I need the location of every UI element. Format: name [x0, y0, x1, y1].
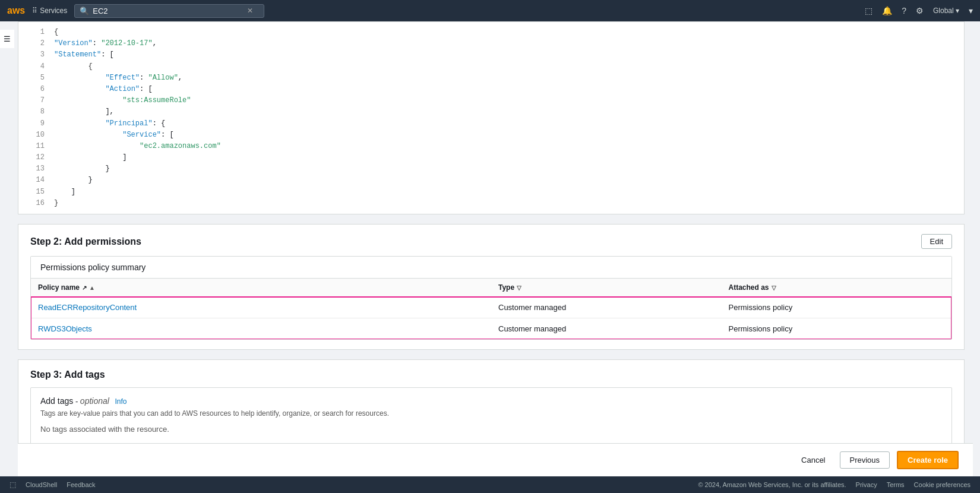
- no-tags-message: No tags associated with the resource.: [40, 425, 942, 434]
- policy-summary-title: Permissions policy summary: [31, 257, 951, 279]
- sort-desc-icon2[interactable]: ▽: [772, 285, 776, 291]
- step2-section: Step 2: Add permissions Edit Permissions…: [18, 224, 965, 350]
- cookie-preferences-link[interactable]: Cookie preferences: [914, 481, 970, 488]
- services-button[interactable]: ⠿ Services: [32, 7, 67, 15]
- policy-link-1[interactable]: RWDS3Objects: [38, 324, 92, 333]
- trust-policy-code-section: 1 { 2 "Version": "2012-10-17", 3 "Statem…: [18, 21, 965, 214]
- main-content: 1 { 2 "Version": "2012-10-17", 3 "Statem…: [18, 21, 980, 493]
- search-icon: 🔍: [80, 7, 89, 15]
- cloudshell-icon: ⬚: [10, 481, 16, 489]
- policy-table-header-row: Policy name ↗ ▲ Type ▽: [31, 279, 951, 297]
- attached-as-sort[interactable]: Attached as ▽: [729, 283, 945, 292]
- grid-icon: ⠿: [32, 7, 37, 15]
- clear-search-icon[interactable]: ✕: [247, 7, 253, 15]
- footer: ⬚ CloudShell Feedback © 2024, Amazon Web…: [0, 476, 980, 493]
- code-line-16: 16 }: [18, 198, 964, 209]
- col-attached-as[interactable]: Attached as ▽: [722, 279, 952, 297]
- info-link[interactable]: Info: [115, 397, 127, 406]
- code-line-9: 9 "Principal": {: [18, 118, 964, 129]
- cancel-button[interactable]: Cancel: [794, 452, 832, 468]
- copyright-text: © 2024, Amazon Web Services, Inc. or its…: [698, 481, 846, 488]
- nav-right: ⬚ 🔔 ? ⚙ Global ▾ ▾: [865, 6, 973, 15]
- add-tags-label: Add tags: [40, 396, 73, 406]
- type-sort[interactable]: Type ▽: [498, 283, 715, 292]
- code-line-2: 2 "Version": "2012-10-17",: [18, 38, 964, 49]
- code-block: 1 { 2 "Version": "2012-10-17", 3 "Statem…: [18, 22, 964, 214]
- code-line-8: 8 ],: [18, 106, 964, 118]
- tags-heading-row: Add tags - optional Info: [40, 396, 942, 406]
- policy-table-body: ReadECRRepositoryContent Customer manage…: [31, 297, 951, 340]
- search-input[interactable]: [93, 7, 247, 15]
- tags-description: Tags are key-value pairs that you can ad…: [40, 409, 942, 418]
- code-line-3: 3 "Statement": [: [18, 49, 964, 61]
- external-link-icon: ↗: [82, 285, 87, 291]
- policy-name-sort[interactable]: Policy name ↗ ▲: [38, 283, 484, 292]
- page-wrapper: 1 { 2 "Version": "2012-10-17", 3 "Statem…: [18, 21, 974, 493]
- footer-right: © 2024, Amazon Web Services, Inc. or its…: [698, 481, 970, 488]
- aws-logo-text: aws: [7, 5, 25, 16]
- policy-type-cell-1: Customer managed: [491, 318, 722, 340]
- cloud-shell-icon[interactable]: ⬚: [865, 6, 872, 15]
- code-line-11: 11 "ec2.amazonaws.com": [18, 141, 964, 152]
- create-role-button[interactable]: Create role: [897, 451, 959, 469]
- policy-attached-cell-1: Permissions policy: [722, 318, 952, 340]
- code-line-7: 7 "sts:AssumeRole": [18, 95, 964, 106]
- code-line-1: 1 {: [18, 27, 964, 38]
- step2-edit-button[interactable]: Edit: [921, 234, 952, 249]
- action-bar: Cancel Previous Create role: [18, 443, 973, 476]
- question-icon[interactable]: ?: [902, 6, 906, 15]
- policy-link-0[interactable]: ReadECRRepositoryContent: [38, 303, 137, 312]
- code-line-4: 4 {: [18, 61, 964, 72]
- top-navigation: aws ⠿ Services 🔍 ✕ ⬚ 🔔 ? ⚙ Global ▾ ▾: [0, 0, 980, 21]
- gear-icon[interactable]: ⚙: [916, 6, 924, 15]
- expand-icon[interactable]: ▾: [969, 6, 973, 15]
- global-selector[interactable]: Global ▾: [933, 7, 959, 15]
- hamburger-icon: ☰: [4, 34, 11, 43]
- policy-row-0: ReadECRRepositoryContent Customer manage…: [31, 297, 951, 318]
- policy-table: Policy name ↗ ▲ Type ▽: [31, 279, 951, 339]
- policy-name-cell-0: ReadECRRepositoryContent: [31, 297, 491, 318]
- code-line-13: 13 }: [18, 163, 964, 175]
- step2-header: Step 2: Add permissions Edit: [30, 234, 952, 249]
- policy-name-cell-1: RWDS3Objects: [31, 318, 491, 340]
- code-line-12: 12 ]: [18, 152, 964, 163]
- optional-dash: -: [75, 397, 80, 406]
- code-line-10: 10 "Service": [: [18, 129, 964, 141]
- step3-title: Step 3: Add tags: [30, 369, 105, 380]
- col-policy-name[interactable]: Policy name ↗ ▲: [31, 279, 491, 297]
- step3-header: Step 3: Add tags: [30, 369, 952, 380]
- policy-table-header: Policy name ↗ ▲ Type ▽: [31, 279, 951, 297]
- previous-button[interactable]: Previous: [840, 451, 890, 469]
- bell-icon[interactable]: 🔔: [882, 6, 892, 15]
- privacy-link[interactable]: Privacy: [856, 481, 877, 488]
- sidebar-toggle[interactable]: ☰: [0, 30, 14, 48]
- policy-row-1: RWDS3Objects Customer managed Permission…: [31, 318, 951, 340]
- feedback-label[interactable]: Feedback: [67, 481, 95, 488]
- sort-asc-icon[interactable]: ▲: [89, 285, 95, 291]
- policy-type-cell-0: Customer managed: [491, 297, 722, 318]
- code-line-14: 14 }: [18, 175, 964, 186]
- sort-desc-icon[interactable]: ▽: [517, 285, 521, 291]
- footer-left: ⬚ CloudShell Feedback: [10, 481, 96, 489]
- aws-logo[interactable]: aws: [7, 5, 25, 16]
- permissions-policy-summary: Permissions policy summary Policy name ↗…: [30, 256, 952, 340]
- cloudshell-label[interactable]: CloudShell: [26, 481, 57, 488]
- optional-label: optional: [80, 396, 109, 406]
- step2-title: Step 2: Add permissions: [30, 236, 141, 247]
- code-line-6: 6 "Action": [: [18, 84, 964, 95]
- code-line-15: 15 ]: [18, 187, 964, 198]
- terms-link[interactable]: Terms: [887, 481, 905, 488]
- col-type[interactable]: Type ▽: [491, 279, 722, 297]
- code-line-5: 5 "Effect": "Allow",: [18, 72, 964, 84]
- policy-attached-cell-0: Permissions policy: [722, 297, 952, 318]
- search-bar[interactable]: 🔍 ✕: [74, 4, 264, 18]
